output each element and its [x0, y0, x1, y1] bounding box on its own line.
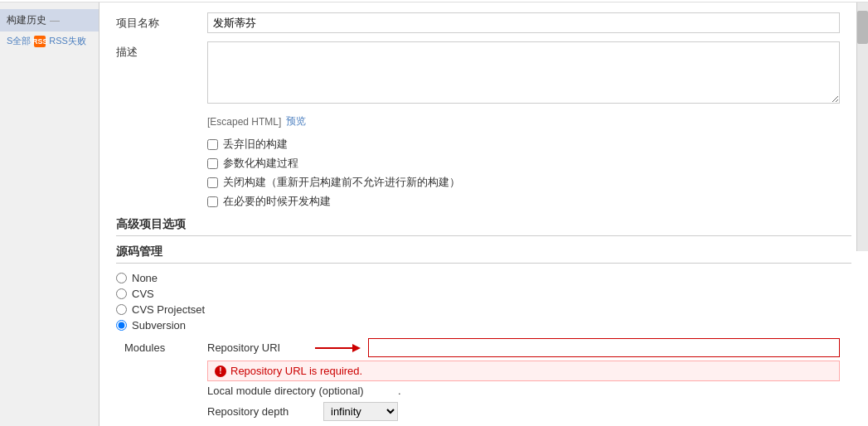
checkboxes-section: 丢弃旧的构建 参数化构建过程 关闭构建（重新开启构建前不允许进行新的构建） 在必… [116, 137, 851, 209]
radio-svn-label: Subversion [132, 319, 186, 332]
source-radio-group: None CVS CVS Projectset Subversion [116, 272, 851, 332]
radio-cvs-ps-row: CVS Projectset [116, 303, 851, 316]
modules-fields: Repository URI ! [207, 338, 851, 426]
project-name-label: 项目名称 [116, 12, 207, 31]
scrollbar-thumb[interactable] [857, 11, 868, 44]
escaped-html-text: [Escaped HTML] [207, 116, 281, 128]
repo-depth-row: Repository depth infinity empty files im… [207, 402, 851, 421]
checkbox-disable-build[interactable] [207, 177, 218, 188]
radio-cvs[interactable] [116, 288, 127, 299]
checkbox-parameterize-label: 参数化构建过程 [223, 156, 298, 171]
local-dir-value: . [398, 385, 401, 397]
radio-svn-row: Subversion [116, 319, 851, 332]
description-label: 描述 [116, 41, 207, 60]
radio-cvs-ps-label: CVS Projectset [132, 303, 205, 316]
depth-select-wrapper: infinity empty files immediates unknown [323, 402, 398, 421]
error-icon: ! [215, 365, 226, 377]
advanced-options-title: 高级项目选项 [116, 217, 851, 236]
description-textarea[interactable] [207, 41, 840, 104]
arrow-container [315, 340, 365, 356]
checkbox-trigger-build-label: 在必要的时候开发构建 [223, 194, 331, 209]
scrollbar[interactable] [856, 2, 868, 251]
preview-link[interactable]: 预览 [286, 114, 306, 128]
project-name-input-wrapper [207, 12, 840, 33]
checkbox-discard-old[interactable] [207, 139, 218, 150]
checkbox-row-1: 丢弃旧的构建 [207, 137, 851, 152]
radio-cvs-projectset[interactable] [116, 304, 127, 315]
description-row: 描述 [116, 41, 851, 106]
rss-fail-link[interactable]: RSS失败 [49, 35, 86, 47]
modules-label: Modules [124, 338, 207, 354]
radio-none[interactable] [116, 273, 127, 283]
svg-marker-1 [352, 344, 361, 352]
radio-cvs-label: CVS [132, 288, 154, 300]
project-name-input[interactable] [207, 12, 840, 33]
checkbox-row-3: 关闭构建（重新开启构建前不允许进行新的构建） [207, 175, 851, 190]
project-name-row: 项目名称 [116, 12, 851, 33]
checkbox-parameterize[interactable] [207, 158, 218, 169]
repo-url-row: Repository URI [207, 338, 851, 357]
source-mgmt-title: 源码管理 [116, 244, 851, 264]
repo-url-input-wrapper [368, 338, 840, 357]
checkbox-discard-old-label: 丢弃旧的构建 [223, 137, 288, 152]
repo-url-label: Repository URI [207, 341, 315, 354]
modules-section: Modules Repository URI [124, 338, 851, 426]
radio-subversion[interactable] [116, 320, 127, 331]
repo-url-input[interactable] [368, 338, 840, 357]
modules-row: Modules Repository URI [124, 338, 851, 426]
arrow-icon [315, 340, 365, 356]
checkbox-disable-build-label: 关闭构建（重新开启构建前不允许进行新的构建） [223, 175, 460, 190]
checkbox-row-2: 参数化构建过程 [207, 156, 851, 171]
sidebar: 构建历史 — S全部 RSS RSS失败 [0, 2, 99, 426]
main-content: 项目名称 描述 [Escaped HTML] 预览 丢弃旧的构建 [99, 2, 868, 426]
rss-icon-wrapper: RSS [34, 36, 46, 47]
escaped-html-row: [Escaped HTML] 预览 [116, 114, 851, 128]
local-dir-label: Local module directory (optional) [207, 385, 398, 397]
page-wrapper: 构建历史 — S全部 RSS RSS失败 项目名称 描述 [0, 0, 868, 426]
local-dir-row: Local module directory (optional) . [207, 385, 851, 397]
radio-none-row: None [116, 272, 851, 284]
error-message: Repository URL is required. [230, 365, 362, 377]
sidebar-dash-label: — [50, 15, 60, 27]
top-border [0, 0, 868, 2]
checkbox-row-4: 在必要的时候开发构建 [207, 194, 851, 209]
sidebar-build-history-label: 构建历史 [7, 13, 46, 27]
depth-select[interactable]: infinity empty files immediates unknown [323, 402, 398, 421]
radio-cvs-row: CVS [116, 288, 851, 300]
rss-icon: RSS [34, 36, 46, 47]
description-wrapper [207, 41, 840, 106]
all-link[interactable]: S全部 [7, 35, 31, 47]
error-row: ! Repository URL is required. [207, 361, 840, 381]
sidebar-build-history[interactable]: 构建历史 — [0, 9, 99, 31]
sidebar-links: S全部 RSS RSS失败 [0, 31, 93, 51]
checkbox-trigger-build[interactable] [207, 196, 218, 207]
repo-depth-label: Repository depth [207, 405, 323, 418]
radio-none-label: None [132, 272, 158, 284]
